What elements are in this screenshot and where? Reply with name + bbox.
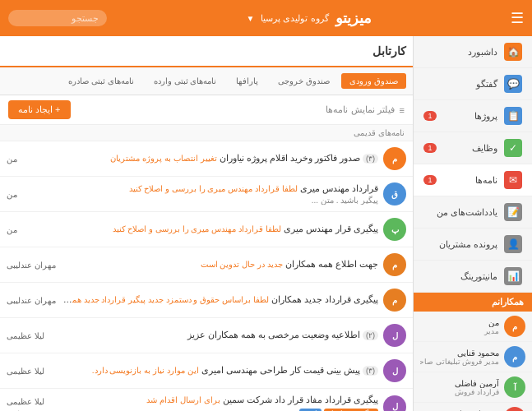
sidebar-item-letters[interactable]: ✉ نامه‌ها 1 — [414, 164, 532, 196]
letter-list: نامه‌های قدیمی م (۳) صدور فاکتور وخرید ا… — [0, 125, 413, 411]
dropdown-icon[interactable]: ▼ — [246, 14, 254, 23]
avatar-3: ف — [504, 407, 525, 411]
letter-content: (۳) پیش بینی قیمت کار طراحی مهندسی امیری… — [49, 365, 378, 377]
sidebar-item-client-projects[interactable]: 👤 پرونده مشتریان — [414, 229, 532, 261]
client-icon: 👤 — [504, 235, 522, 253]
letter-tags: پیگیری قرارداد امور — [49, 407, 378, 411]
letter-avatar: ل — [383, 324, 406, 347]
search-input[interactable] — [8, 10, 107, 26]
tab-sent-external[interactable]: نامه‌های ثبتی صادره — [60, 73, 142, 89]
letter-content: پیگیری قرارداد مفاد قرار داد شرکت سمین ب… — [49, 395, 378, 411]
sidebar-label-client-projects: پرونده مشتریان — [423, 239, 497, 250]
letter-meta: من — [7, 155, 17, 164]
tab-drafts[interactable]: پارافها — [228, 73, 266, 89]
letter-count: (۳) — [363, 154, 378, 164]
letter-meta: من — [7, 225, 17, 234]
tasks-icon: ✓ — [504, 139, 522, 157]
header-right: میزیتو گروه تولیدی پرسیا ▼ — [246, 9, 371, 27]
letter-content: (۳) صدور فاکتور وخرید اقلام پروژه نیاورا… — [22, 153, 378, 165]
projects-badge: 1 — [423, 111, 437, 121]
letter-content: پیگیری قرار مهندس میری لطفا قرارداد مهند… — [22, 224, 378, 236]
letter-highlight: لطفا قرارداد مهندس میری را بررسی و اصلاح… — [129, 184, 298, 193]
top-header: ☰ میزیتو گروه تولیدی پرسیا ▼ — [0, 0, 532, 36]
contact-role-1: مدیر فروش تبلیغاتی صاحب صنعت — [420, 358, 499, 366]
letter-subject: پیگیری قرارداد مفاد قرار داد شرکت سمین ب… — [49, 395, 378, 405]
letter-sender: لیلا عظیمی — [7, 397, 44, 406]
contact-role-2: قرارداد فروش — [420, 388, 499, 396]
sidebar-item-tasks[interactable]: ✓ وظایف 1 — [414, 132, 532, 164]
contact-2[interactable]: آ آرمین فاضلی قرارداد فروش — [414, 372, 532, 403]
sidebar-item-notes[interactable]: 📝 یادداشت‌های من — [414, 196, 532, 229]
create-button[interactable]: + ایجاد نامه — [8, 100, 71, 119]
letter-avatar: ل — [383, 395, 406, 412]
sidebar-item-monitoring[interactable]: 📊 مانیتورینگ — [414, 261, 532, 293]
sub-header: کارتابل — [0, 36, 413, 67]
avatar-me: م — [504, 316, 525, 337]
letter-subject-text: صدور فاکتور وخرید اقلام پروژه نیاوران — [220, 153, 360, 163]
letter-content: (۲) اطلاعیه وضعیت مرخصی به همه همکاران ع… — [49, 330, 378, 342]
letter-item[interactable]: م پیگیری قرارداد جدید همکاران لطفا براسا… — [0, 283, 413, 318]
sidebar-label-tasks: وظایف — [443, 143, 497, 154]
filter-icon: ≡ — [400, 105, 405, 115]
tab-outbox[interactable]: صندوق خروجی — [270, 73, 338, 89]
letter-highlight: جدید در حال تدوین است — [201, 260, 283, 269]
letter-item[interactable]: م (۳) صدور فاکتور وخرید اقلام پروژه نیاو… — [0, 141, 413, 177]
letter-meta: لیلا عظیمی پنجشنبه — [7, 397, 44, 412]
letter-item[interactable]: ل (۲) اطلاعیه وضعیت مرخصی به همه همکاران… — [0, 318, 413, 353]
sidebar-label-monitoring: مانیتورینگ — [423, 271, 497, 282]
tab-sent-internal[interactable]: نامه‌های ثبتی وارده — [146, 73, 225, 89]
contact-info-2: آرمین فاضلی قرارداد فروش — [420, 379, 499, 396]
letter-sender: من — [7, 225, 17, 234]
letter-highlight: لطفا براساس حقوق و دستمزد جدید پیگیر قرا… — [61, 294, 269, 304]
app-container: ☰ میزیتو گروه تولیدی پرسیا ▼ 🏠 داشبورد 💬… — [0, 0, 532, 411]
letter-highlight: برای ارسال اقدام شد — [146, 395, 220, 404]
sidebar-item-projects[interactable]: 📋 پروژها 1 — [414, 100, 532, 132]
letters-container: م (۳) صدور فاکتور وخرید اقلام پروژه نیاو… — [0, 141, 413, 411]
logo-text: میزیتو — [335, 9, 372, 27]
letter-item[interactable]: ل پیگیری قرارداد مفاد قرار داد شرکت سمین… — [0, 389, 413, 411]
letter-subject: (۳) صدور فاکتور وخرید اقلام پروژه نیاورا… — [22, 153, 378, 164]
contact-name-1: محمود قنایی — [420, 349, 499, 358]
letter-highlight: تغییر انتصاب به پروژه مشتریان — [110, 154, 216, 163]
monitoring-icon: 📊 — [504, 267, 522, 285]
letter-subject: قرارداد مهندس میری لطفا قرارداد مهندس می… — [22, 183, 378, 194]
letter-sender: مهران عندلیبی — [7, 296, 56, 305]
letter-item[interactable]: م جهت اطلاع همه همکاران جدید در حال تدوی… — [0, 247, 413, 283]
letters-icon: ✉ — [504, 171, 522, 189]
toolbar: ≡ فیلتر نمایش نامه‌ها + ایجاد نامه — [0, 95, 413, 125]
page-title: کارتابل — [372, 44, 406, 58]
letter-highlight: لطفا قرارداد مهندس میری را بررسی و اصلاح… — [113, 224, 281, 233]
letter-item[interactable]: ق قرارداد مهندس میری لطفا قرارداد مهندس … — [0, 177, 413, 212]
contact-1[interactable]: م محمود قنایی مدیر فروش تبلیغاتی صاحب صن… — [414, 342, 532, 372]
home-icon: 🏠 — [504, 43, 522, 61]
letter-subject: پیگیری قرار مهندس میری لطفا قرارداد مهند… — [22, 224, 378, 234]
contact-name-me: من — [420, 318, 499, 327]
letter-sender: لیلا عظیمی — [7, 331, 44, 340]
contact-me[interactable]: م من مدیر — [414, 312, 532, 342]
letter-meta: مهران عندلیبی — [7, 261, 56, 270]
avatar-1: م — [504, 346, 525, 367]
sidebar-item-chat[interactable]: 💬 گفتگو — [414, 68, 532, 100]
letter-avatar: پ — [383, 218, 406, 241]
letter-item[interactable]: پ پیگیری قرار مهندس میری لطفا قرارداد مه… — [0, 212, 413, 247]
letter-count: (۲) — [363, 330, 378, 340]
header-left: ☰ — [511, 9, 524, 27]
tab-inbox[interactable]: صندوق ورودی — [341, 73, 406, 89]
letter-highlight: این موارد نیاز به بازنویسی دارد. — [92, 366, 199, 375]
letter-item[interactable]: ل (۳) پیش بینی قیمت کار طراحی مهندسی امی… — [0, 353, 413, 389]
company-name: گروه تولیدی پرسیا — [261, 13, 328, 24]
letter-meta: من — [7, 190, 17, 199]
sidebar-label-chat: گفتگو — [423, 79, 497, 90]
sidebar-label-letters: نامه‌ها — [443, 175, 497, 186]
chat-icon: 💬 — [504, 75, 522, 93]
notes-icon: 📝 — [504, 203, 522, 221]
contact-3[interactable]: ف فرید احمدیان قرارداد فروش مرکز و قلی و… — [414, 403, 532, 411]
letter-preview: پیگیر باشید . متن ... — [22, 196, 378, 205]
letter-subject-text: پیش بینی قیمت کار طراحی مهندسی امیری — [201, 365, 360, 375]
hamburger-icon[interactable]: ☰ — [511, 9, 524, 27]
sidebar-item-dashboard[interactable]: 🏠 داشبورد — [414, 36, 532, 68]
filter-area: ≡ فیلتر نمایش نامه‌ها — [326, 104, 405, 115]
letter-content: جهت اطلاع همه همکاران جدید در حال تدوین … — [61, 259, 378, 271]
letter-avatar: م — [383, 289, 406, 312]
section-header: نامه‌های قدیمی — [0, 125, 413, 141]
